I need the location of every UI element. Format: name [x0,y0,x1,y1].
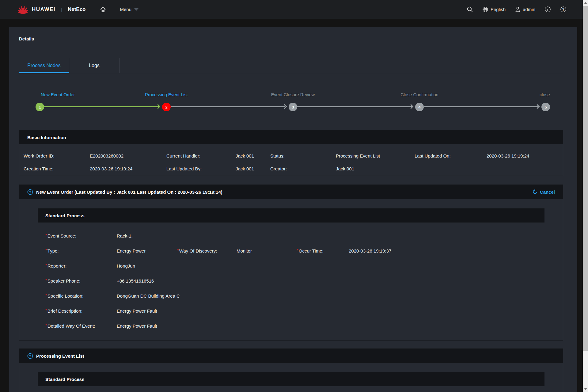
work-order-id-label: Work Order ID: [24,153,90,158]
vertical-scrollbar[interactable] [583,0,588,392]
type-value: Energy Power [117,248,177,253]
detailed-way-of-event-label: *Detailed Way Of Event: [45,323,117,329]
required-marker: * [45,308,47,313]
field-row: *Detailed Way Of Event: Energy Power Fau… [45,318,544,333]
cancel-button[interactable]: Cancel [532,189,555,195]
step-label-processing-event-list: Processing Event List [145,92,188,97]
language-switcher[interactable]: English [482,6,506,13]
standard-process-bar: Standard Process [38,208,544,223]
creator-label: Creator: [270,166,336,171]
connector-arrow-icon [409,104,414,109]
new-event-order-section: New Event Order (Last Updated By : Jack … [19,185,563,341]
help-button[interactable]: ? [560,6,567,13]
type-label: *Type: [45,248,117,253]
username-label: admin [523,7,535,12]
top-navigation-bar: HUAWEI | NetEco Menu English [0,0,588,19]
chevron-circle-down-icon [27,189,33,195]
last-updated-by-label: Last Updated By: [166,166,236,171]
scroll-up-button[interactable] [583,0,588,6]
brief-description-value: Energy Power Fault [117,308,157,314]
work-order-id-value: E202003260002 [90,153,166,158]
standard-process-bar: Standard Process [38,372,544,386]
creation-time-label: Creation Time: [24,166,90,171]
process-stepper: New Event Order Processing Event List Ev… [19,73,563,130]
processing-event-list-header: Processing Event List [19,349,563,363]
details-panel: Details Process Nodes Logs New Event Ord… [9,27,577,392]
field-row: *Reporter: HongJun [45,258,544,273]
user-menu[interactable]: admin [515,6,535,12]
specific-location-label: *Specific Location: [45,293,117,299]
last-updated-by-value: Jack 001 [236,166,270,171]
occur-time-value: 2020-03-26 19:19:37 [349,248,391,253]
step-label-close: close [540,92,550,97]
field-row: *Brief Description: Energy Power Fault [45,303,544,318]
connector-line [44,106,159,107]
speaker-phone-value: +86 13541616516 [117,278,154,284]
tab-label: Logs [89,63,100,68]
status-label: Status: [270,153,336,158]
reporter-value: HongJun [117,263,135,268]
section-title: Processing Event List [36,353,84,359]
creator-value: Jack 001 [336,166,415,171]
processing-event-list-body: Standard Process [19,363,563,392]
detailed-way-of-event-value: Energy Power Fault [117,323,157,329]
required-marker: * [297,248,298,253]
required-marker: * [45,278,47,283]
page-title: Details [19,36,563,41]
processing-event-list-section: Processing Event List Standard Process [19,348,563,392]
menu-label: Menu [120,7,131,12]
search-button[interactable] [467,6,473,13]
tab-process-nodes[interactable]: Process Nodes [19,58,69,73]
home-button[interactable] [100,6,106,13]
step-node-5[interactable]: 5 [541,103,550,111]
connector-line [424,106,538,107]
tab-logs[interactable]: Logs [69,58,119,73]
connector-arrow-icon [156,104,161,109]
way-of-discovery-value: Monitor [237,248,297,253]
step-node-1[interactable]: 1 [36,103,44,111]
chevron-down-icon [134,8,138,11]
basic-information-section: Basic Information Work Order ID: E202003… [19,130,563,176]
topbar-actions: English admin ? [467,6,567,13]
way-of-discovery-label: *Way Of Discovery: [177,248,237,253]
product-name: NetEco [68,6,86,13]
creation-time-value: 2020-03-26 19:19:24 [90,166,166,171]
speaker-phone-label: *Speaker Phone: [45,278,117,284]
section-title: Basic Information [27,135,66,140]
collapse-button[interactable] [27,353,33,359]
user-icon [515,6,521,12]
home-icon [100,6,106,13]
brief-description-label: *Brief Description: [45,308,117,314]
scrollbar-thumb[interactable] [583,6,588,351]
collapse-button[interactable] [27,189,33,195]
search-icon [467,6,473,13]
huawei-logo-icon [17,5,29,14]
event-source-value: Rack-1, [117,233,133,238]
last-updated-on-value: 2020-03-26 19:19:24 [487,153,563,158]
required-marker: * [45,323,47,328]
required-marker: * [177,248,179,253]
step-node-4[interactable]: 4 [415,103,424,111]
scroll-down-button[interactable] [583,386,588,392]
step-node-2[interactable]: 2 [162,103,171,111]
menu-button[interactable]: Menu [120,7,138,12]
section-title: New Event Order (Last Updated By : Jack … [36,189,222,195]
help-icon: ? [560,6,567,13]
required-marker: * [45,293,47,298]
new-event-order-header: New Event Order (Last Updated By : Jack … [19,185,563,199]
tab-label: Process Nodes [27,63,61,68]
reporter-label: *Reporter: [45,263,117,268]
brand-name: HUAWEI [32,6,55,13]
tab-bar: Process Nodes Logs [19,58,563,73]
subsection-title: Standard Process [45,377,85,382]
step-node-3[interactable]: 3 [289,103,297,111]
info-button[interactable] [544,6,551,13]
basic-information-header: Basic Information [19,130,563,144]
step-label-close-confirmation: Close Confirmation [400,92,438,97]
status-value: Processing Event List [336,153,415,158]
info-icon [544,6,551,13]
new-event-order-fields: *Event Source: Rack-1, *Type: Energy Pow… [38,228,544,333]
connector-arrow-icon [282,104,287,109]
globe-icon [482,6,488,13]
specific-location-value: DongGuan DC Building Area C [117,293,180,299]
